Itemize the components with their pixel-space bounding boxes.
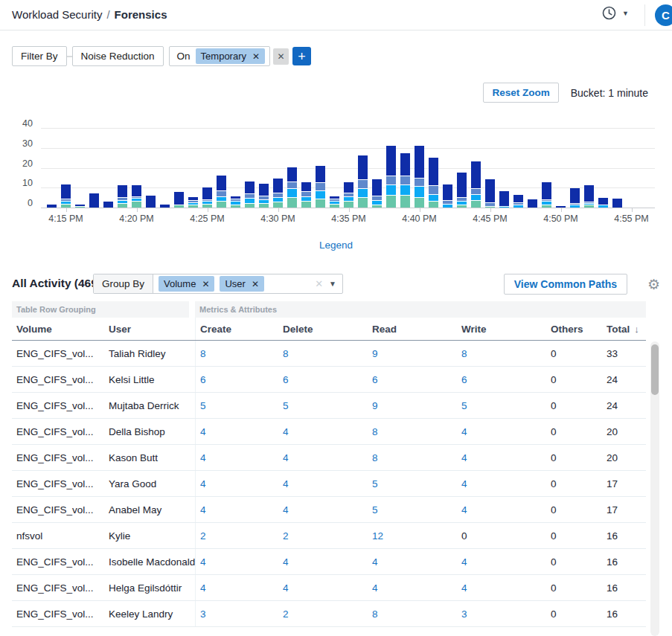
column-header-total[interactable]: Total↓: [602, 324, 646, 335]
stacked-bar-4-29-PM[interactable]: [259, 184, 269, 208]
stacked-bar-4-40-PM[interactable]: [415, 146, 424, 208]
stacked-bar-4-26-PM[interactable]: [217, 176, 226, 208]
column-header-user[interactable]: User: [104, 324, 195, 335]
stacked-bar-4-25-PM[interactable]: [202, 187, 212, 208]
view-common-paths-button[interactable]: View Common Paths: [504, 274, 627, 295]
add-filter-button[interactable]: +: [292, 47, 311, 65]
count-link[interactable]: 4: [200, 504, 206, 515]
stacked-bar-4-30-PM[interactable]: [273, 179, 283, 208]
table-row[interactable]: ENG_CIFS_vol...Isobelle Macdonald4444016: [12, 549, 646, 575]
stacked-bar-4-43-PM[interactable]: [457, 173, 467, 208]
stacked-bar-4-18-PM[interactable]: [103, 202, 113, 208]
count-link[interactable]: 2: [283, 530, 289, 542]
stacked-bar-4-52-PM[interactable]: [584, 185, 594, 208]
filter-by-button[interactable]: Filter By: [12, 46, 67, 66]
table-row-partial[interactable]: [12, 627, 646, 636]
count-link[interactable]: 8: [372, 426, 378, 437]
column-header-create[interactable]: Create: [195, 318, 278, 340]
stacked-bar-4-22-PM[interactable]: [160, 205, 170, 208]
stacked-bar-4-41-PM[interactable]: [429, 158, 438, 208]
count-link[interactable]: 3: [461, 608, 467, 620]
count-link[interactable]: 5: [200, 400, 206, 411]
count-link[interactable]: 6: [283, 374, 289, 385]
count-link[interactable]: 4: [283, 426, 289, 437]
table-row[interactable]: ENG_CIFS_vol...Kason Butt4484020: [12, 445, 646, 471]
stacked-bar-4-46-PM[interactable]: [499, 191, 509, 208]
stacked-bar-4-23-PM[interactable]: [174, 192, 184, 208]
count-link[interactable]: 5: [461, 400, 467, 411]
column-header-delete[interactable]: Delete: [278, 324, 368, 335]
temporary-filter-chip[interactable]: Temporary ✕: [196, 48, 265, 64]
stacked-bar-4-20-PM[interactable]: [132, 185, 141, 208]
stacked-bar-4-50-PM[interactable]: [556, 206, 566, 208]
count-link[interactable]: 6: [200, 374, 206, 385]
stacked-bar-4-35-PM[interactable]: [344, 182, 353, 208]
stacked-bar-4-19-PM[interactable]: [118, 185, 127, 208]
stacked-bar-4-27-PM[interactable]: [231, 196, 240, 208]
noise-reduction-filter-button[interactable]: Noise Reduction: [72, 46, 164, 66]
count-link[interactable]: 4: [461, 556, 467, 568]
count-link[interactable]: 8: [283, 348, 289, 359]
stacked-bar-4-38-PM[interactable]: [386, 146, 396, 208]
stacked-bar-4-32-PM[interactable]: [301, 182, 311, 208]
group-by-control[interactable]: Group By Volume✕User✕ ✕ ▼: [93, 274, 343, 294]
count-link[interactable]: 4: [283, 556, 289, 568]
count-link[interactable]: 4: [372, 582, 378, 594]
stacked-bar-4-16-PM[interactable]: [75, 205, 85, 208]
count-link[interactable]: 2: [283, 608, 289, 620]
count-link[interactable]: 4: [283, 478, 289, 489]
group-by-chip-user[interactable]: User✕: [220, 276, 264, 292]
table-row[interactable]: ENG_CIFS_vol...Yara Good4454017: [12, 471, 646, 497]
stacked-bar-4-31-PM[interactable]: [287, 167, 297, 208]
stacked-bar-4-36-PM[interactable]: [358, 155, 368, 208]
table-row[interactable]: ENG_CIFS_vol...Keeley Landry3283016: [12, 601, 646, 627]
stacked-bar-4-44-PM[interactable]: [471, 161, 481, 208]
count-link[interactable]: 8: [461, 348, 467, 359]
group-by-clear-icon[interactable]: ✕: [315, 278, 323, 289]
column-header-write[interactable]: Write: [457, 324, 546, 335]
breadcrumb-section[interactable]: Workload Security: [12, 8, 102, 21]
stacked-bar-4-24-PM[interactable]: [188, 197, 198, 208]
count-link[interactable]: 4: [461, 478, 467, 489]
stacked-bar-4-17-PM[interactable]: [89, 193, 99, 208]
table-row[interactable]: ENG_CIFS_vol...Mujtaba Derrick5595024: [12, 393, 646, 419]
count-link[interactable]: 4: [283, 582, 289, 594]
count-link[interactable]: 6: [372, 374, 378, 385]
stacked-bar-4-42-PM[interactable]: [443, 184, 452, 208]
stacked-bar-4-39-PM[interactable]: [400, 153, 410, 208]
legend-link[interactable]: Legend: [0, 240, 672, 251]
count-link[interactable]: 5: [283, 400, 289, 411]
count-link[interactable]: 5: [372, 478, 378, 489]
count-link[interactable]: 4: [283, 452, 289, 463]
time-range-picker[interactable]: ▼: [602, 6, 629, 20]
count-link[interactable]: 3: [200, 608, 206, 620]
stacked-bar-4-48-PM[interactable]: [528, 199, 537, 208]
sort-descending-icon[interactable]: ↓: [634, 324, 639, 335]
column-header-others[interactable]: Others: [546, 324, 602, 335]
chip-close-icon[interactable]: ✕: [252, 279, 259, 289]
count-link[interactable]: 4: [461, 452, 467, 463]
table-row[interactable]: nfsvolKylie22120016: [12, 523, 646, 549]
stacked-bar-4-33-PM[interactable]: [316, 166, 325, 208]
count-link[interactable]: 4: [200, 556, 206, 568]
count-link[interactable]: 4: [200, 452, 206, 463]
group-by-caret-icon[interactable]: ▼: [329, 280, 336, 288]
stacked-bar-4-45-PM[interactable]: [485, 179, 495, 208]
stacked-bar-4-34-PM[interactable]: [330, 196, 339, 208]
count-link[interactable]: 4: [372, 556, 378, 568]
table-scrollbar-thumb[interactable]: [651, 344, 659, 395]
stacked-bar-4-49-PM[interactable]: [542, 182, 551, 208]
stacked-bar-4-21-PM[interactable]: [146, 196, 156, 208]
user-avatar[interactable]: C: [655, 4, 672, 26]
stacked-bar-4-47-PM[interactable]: [513, 195, 523, 208]
reset-zoom-button[interactable]: Reset Zoom: [483, 83, 558, 103]
column-header-read[interactable]: Read: [368, 324, 457, 335]
clear-filter-button[interactable]: ✕: [273, 48, 289, 65]
table-row[interactable]: ENG_CIFS_vol...Anabel May4454017: [12, 497, 646, 523]
count-link[interactable]: 9: [372, 400, 378, 411]
count-link[interactable]: 6: [461, 374, 467, 385]
count-link[interactable]: 4: [200, 478, 206, 489]
count-link[interactable]: 5: [372, 504, 378, 515]
stacked-bar-4-54-PM[interactable]: [612, 199, 622, 208]
column-header-volume[interactable]: Volume: [12, 324, 104, 335]
